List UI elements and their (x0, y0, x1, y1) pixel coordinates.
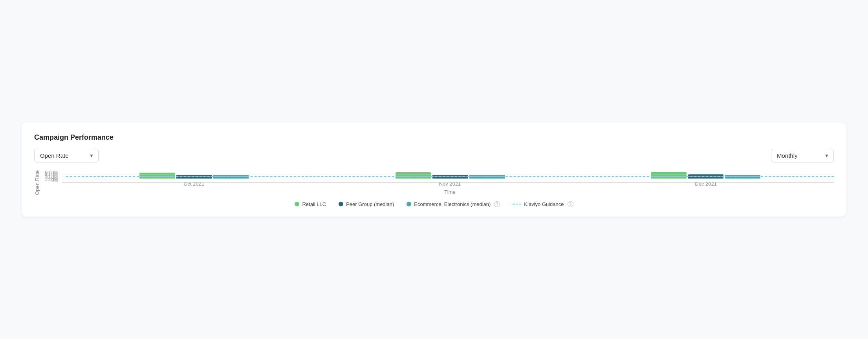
x-label-dec: Dec 2021 (578, 181, 834, 187)
bar-peer-dec (688, 174, 723, 179)
bar-group-oct (66, 170, 322, 179)
campaign-performance-card: Campaign Performance Open Rate Click Rat… (22, 122, 846, 217)
metric-select[interactable]: Open Rate Click Rate Conversion Rate (34, 149, 99, 162)
y-label-0: 0% (43, 178, 62, 183)
legend-line-klaviyo (513, 204, 521, 205)
legend-klaviyo: Klaviyo Guidance ? (513, 201, 573, 207)
help-icon-klaviyo[interactable]: ? (568, 201, 573, 207)
legend-ecomm: Ecommerce, Electronics (median) ? (407, 201, 500, 207)
help-icon-ecomm[interactable]: ? (494, 201, 500, 207)
y-label-15: 15.0% (43, 177, 62, 181)
bar-peer-oct (176, 175, 212, 179)
legend-label-ecomm: Ecommerce, Electronics (median) (414, 201, 491, 207)
bar-group-dec (578, 170, 834, 179)
bar-ecomm-oct (213, 175, 249, 179)
x-axis-row: Oct 2021 Nov 2021 Dec 2021 (66, 181, 834, 187)
bar-ecomm-nov (469, 175, 505, 179)
x-axis-title: Time (66, 189, 834, 195)
legend-peer: Peer Group (median) (339, 201, 394, 207)
bar-peer-nov (432, 175, 468, 179)
page-title: Campaign Performance (34, 133, 834, 142)
chart-inner: 60.0% 45.0% 30.0% 15.0% (43, 170, 834, 195)
chart-legend: Retail LLC Peer Group (median) Ecommerce… (34, 201, 834, 207)
bar-ecomm-dec (725, 175, 760, 179)
y-label-30: 30.0% (43, 175, 62, 179)
y-label-45: 45.0% (43, 172, 62, 177)
legend-label-retail: Retail LLC (302, 201, 326, 207)
x-label-oct: Oct 2021 (66, 181, 322, 187)
bar-retail-nov (396, 172, 431, 179)
controls-row: Open Rate Click Rate Conversion Rate ▼ M… (34, 149, 834, 162)
y-label-60: 60.0% (43, 170, 62, 175)
legend-dot-ecomm (407, 202, 411, 206)
chart-grid: 60.0% 45.0% 30.0% 15.0% (43, 170, 834, 179)
metric-dropdown-wrap: Open Rate Click Rate Conversion Rate ▼ (34, 149, 99, 162)
time-select[interactable]: Monthly Weekly Daily (771, 149, 834, 162)
legend-label-klaviyo: Klaviyo Guidance (524, 201, 564, 207)
legend-retail: Retail LLC (295, 201, 326, 207)
x-label-nov: Nov 2021 (322, 181, 578, 187)
bar-retail-dec (651, 172, 687, 179)
legend-dot-peer (339, 202, 343, 206)
legend-label-peer: Peer Group (median) (346, 201, 394, 207)
bar-group-nov (322, 170, 578, 179)
bars-area (66, 170, 834, 179)
chart-area: Open Rate 60.0% 45.0% 30.0% (34, 170, 834, 195)
bar-retail-oct (139, 173, 175, 179)
legend-dot-retail (295, 202, 299, 206)
y-axis-label: Open Rate (34, 170, 40, 195)
time-dropdown-wrap: Monthly Weekly Daily ▼ (771, 149, 834, 162)
